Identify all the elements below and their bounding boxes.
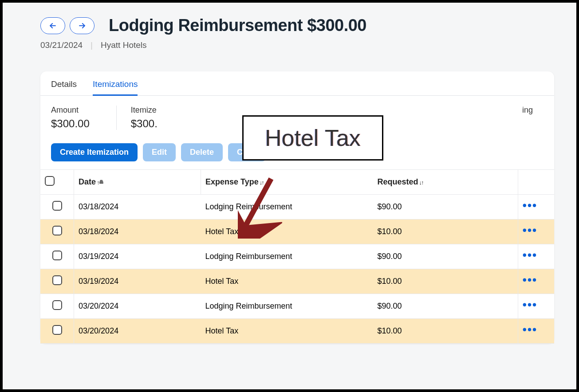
- header-date: 03/21/2024: [40, 40, 83, 50]
- cell-date: 03/18/2024: [74, 195, 201, 220]
- row-checkbox[interactable]: [52, 251, 62, 260]
- itemizations-card: Details Itemizations Amount $300.00 Item…: [40, 71, 554, 344]
- cell-requested: $10.00: [373, 269, 518, 294]
- table-row[interactable]: 03/19/2024Lodging Reimbursement$90.00•••: [40, 244, 554, 269]
- nav-forward-button[interactable]: [70, 17, 95, 34]
- row-actions-menu[interactable]: •••: [523, 223, 537, 237]
- row-checkbox[interactable]: [52, 201, 62, 211]
- cell-date: 03/18/2024: [74, 220, 201, 244]
- row-actions-menu[interactable]: •••: [523, 323, 537, 336]
- cell-requested: $10.00: [373, 220, 518, 244]
- annotation-arrow-icon: [238, 172, 282, 239]
- arrow-left-icon: [48, 21, 57, 30]
- table-row[interactable]: 03/18/2024Lodging Reimbursement$90.00•••: [40, 195, 554, 220]
- cell-date: 03/20/2024: [74, 294, 201, 319]
- remaining-label: ing: [522, 106, 533, 115]
- page-title: Lodging Reimbursement $300.00: [109, 16, 366, 35]
- cell-expense-type: Lodging Reimbursement: [201, 195, 373, 220]
- sort-icon: ↓↑: [419, 179, 423, 186]
- col-header-expense-type[interactable]: Expense Type↓↑: [201, 170, 373, 195]
- cell-requested: $90.00: [373, 244, 518, 269]
- row-actions-menu[interactable]: •••: [523, 248, 537, 262]
- header-vendor: Hyatt Hotels: [101, 40, 146, 50]
- tab-itemizations[interactable]: Itemizations: [93, 79, 138, 95]
- table-row[interactable]: 03/20/2024Lodging Reimbursement$90.00•••: [40, 294, 554, 319]
- cell-expense-type: Hotel Tax: [201, 269, 373, 294]
- cell-expense-type: Lodging Reimbursement: [201, 294, 373, 319]
- svg-line-2: [246, 179, 271, 225]
- cell-expense-type: Lodging Reimbursement: [201, 244, 373, 269]
- itemized-label: Itemize: [131, 106, 158, 115]
- select-all-checkbox[interactable]: [45, 176, 55, 186]
- table-row[interactable]: 03/18/2024Hotel Tax$10.00•••: [40, 220, 554, 244]
- itemizations-table: Date↑≞ Expense Type↓↑ Requested↓↑ 03/18/…: [40, 169, 554, 344]
- row-actions-menu[interactable]: •••: [523, 199, 537, 212]
- arrow-right-icon: [78, 21, 87, 30]
- col-header-select: [40, 170, 74, 195]
- cell-requested: $10.00: [373, 319, 518, 344]
- amount-value: $300.00: [51, 118, 90, 130]
- tab-details[interactable]: Details: [51, 79, 77, 95]
- create-itemization-button[interactable]: Create Itemization: [51, 143, 138, 161]
- cell-requested: $90.00: [373, 294, 518, 319]
- table-row[interactable]: 03/19/2024Hotel Tax$10.00•••: [40, 269, 554, 294]
- cell-expense-type: Hotel Tax: [201, 319, 373, 344]
- table-row[interactable]: 03/20/2024Hotel Tax$10.00•••: [40, 319, 554, 344]
- row-checkbox[interactable]: [52, 226, 62, 235]
- amount-label: Amount: [51, 106, 90, 115]
- sort-icon: ↑≞: [97, 179, 103, 186]
- divider: |: [91, 40, 93, 50]
- delete-button[interactable]: Delete: [181, 143, 223, 161]
- nav-back-button[interactable]: [40, 17, 65, 34]
- row-actions-menu[interactable]: •••: [523, 273, 537, 286]
- cell-date: 03/19/2024: [74, 244, 201, 269]
- cell-requested: $90.00: [373, 195, 518, 220]
- col-header-actions: [518, 170, 554, 195]
- cell-expense-type: Hotel Tax: [201, 220, 373, 244]
- col-header-requested[interactable]: Requested↓↑: [373, 170, 518, 195]
- edit-button[interactable]: Edit: [143, 143, 176, 161]
- annotation-callout: Hotel Tax: [242, 115, 383, 161]
- row-checkbox[interactable]: [52, 300, 62, 310]
- row-actions-menu[interactable]: •••: [523, 298, 537, 311]
- row-checkbox[interactable]: [52, 275, 62, 285]
- cell-date: 03/20/2024: [74, 319, 201, 344]
- row-checkbox[interactable]: [52, 325, 62, 335]
- cell-date: 03/19/2024: [74, 269, 201, 294]
- col-header-date[interactable]: Date↑≞: [74, 170, 201, 195]
- itemized-value: $300.: [131, 118, 158, 130]
